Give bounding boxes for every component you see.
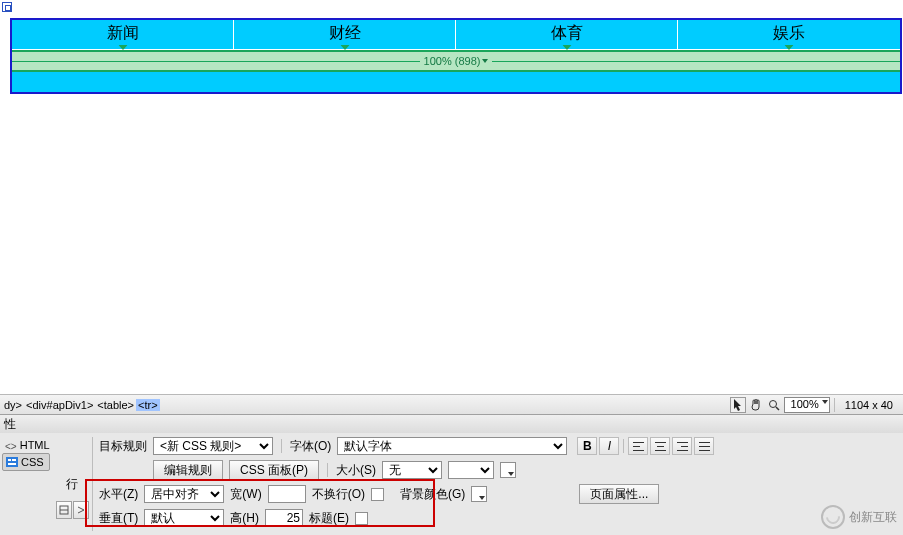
bg-label: 背景颜色(G) [400,486,465,503]
width-label: 宽(W) [230,486,261,503]
italic-button[interactable]: I [599,437,619,455]
mode-html-button[interactable]: HTML [2,437,50,453]
horiz-align-select[interactable]: 居中对齐 [144,485,224,503]
hand-tool-icon[interactable] [748,397,764,413]
align-justify-button[interactable] [694,437,714,455]
nav-cell-label: 娱乐 [773,24,805,41]
font-select[interactable]: 默认字体 [337,437,567,455]
tag-selector[interactable]: <div#apDiv1> [24,399,95,411]
nav-row: 新闻 财经 体育 娱乐 [12,20,900,50]
align-center-button[interactable] [650,437,670,455]
row-label: 行 [66,476,78,493]
header-checkbox[interactable] [355,512,368,525]
vert-label: 垂直(T) [99,510,138,527]
height-input[interactable] [265,509,303,527]
bold-button[interactable]: B [577,437,597,455]
edit-rule-button[interactable]: 编辑规则 [153,460,223,480]
svg-rect-7 [8,459,11,461]
nav-cell[interactable]: 体育 [456,20,678,49]
width-indicator[interactable]: 100% (898) [420,55,493,67]
html-icon [5,440,17,450]
mode-css-label: CSS [21,456,44,468]
text-color-chip[interactable] [500,462,516,478]
design-canvas: 新闻 财经 体育 娱乐 100% (898) [0,0,903,395]
mode-column: HTML CSS [0,433,52,535]
height-label: 高(H) [230,510,259,527]
svg-rect-9 [8,463,16,465]
svg-line-12 [78,507,84,510]
canvas-dimensions: 1104 x 40 [839,399,899,411]
target-rule-select[interactable]: <新 CSS 规则> [153,437,273,455]
nav-cell-label: 体育 [551,24,583,41]
mode-css-button[interactable]: CSS [2,453,50,471]
zoom-value: 100% [791,398,819,410]
svg-rect-8 [12,459,16,461]
table-row-empty[interactable] [12,72,900,92]
watermark: 创新互联 [821,505,897,529]
font-label: 字体(O) [290,438,331,455]
row-tool-2[interactable] [73,501,89,519]
width-input[interactable] [268,485,306,503]
anchor-point-icon [2,2,12,12]
row-gutter: 行 [52,433,92,535]
svg-point-4 [769,400,776,407]
row-tool-1[interactable] [56,501,72,519]
css-icon [6,457,18,467]
nav-table[interactable]: 新闻 财经 体育 娱乐 100% (898) [10,18,902,94]
row-tools [56,501,89,519]
properties-panel: 性 HTML CSS 行 目标规则 [0,414,903,535]
table-row-spacer[interactable]: 100% (898) [12,50,900,72]
zoom-tool-icon[interactable] [766,397,782,413]
vert-align-select[interactable]: 默认 [144,509,224,527]
size-unit-select[interactable] [448,461,494,479]
horiz-label: 水平(Z) [99,486,138,503]
align-justify-icon [699,442,710,451]
tag-selector-bar: dy><div#apDiv1><table><tr> 100% 1104 x 4… [0,394,903,414]
chevron-down-icon [822,400,828,404]
nowrap-label: 不换行(O) [312,486,365,503]
css-panel-button[interactable]: CSS 面板(P) [229,460,319,480]
align-right-button[interactable] [672,437,692,455]
svg-line-5 [776,407,779,410]
header-label: 标题(E) [309,510,349,527]
svg-line-13 [78,510,84,513]
nowrap-checkbox[interactable] [371,488,384,501]
width-indicator-label: 100% (898) [424,55,481,67]
nav-cell[interactable]: 新闻 [12,20,234,49]
nav-cell-label: 新闻 [107,24,139,41]
watermark-logo-icon [821,505,845,529]
fields-area: 目标规则 <新 CSS 规则> 字体(O) 默认字体 B I [93,433,903,535]
separator [834,398,835,412]
panel-title: 性 [0,415,903,433]
align-right-icon [677,442,688,451]
size-select[interactable]: 无 [382,461,442,479]
mode-html-label: HTML [20,439,50,451]
nav-cell-label: 财经 [329,24,361,41]
page-properties-button[interactable]: 页面属性... [579,484,659,504]
svg-rect-6 [6,457,18,467]
target-rule-label: 目标规则 [99,438,147,455]
watermark-text: 创新互联 [849,509,897,526]
tag-selector[interactable]: <tr> [136,399,160,411]
zoom-level-field[interactable]: 100% [784,397,830,413]
align-center-icon [655,442,666,451]
tag-path: dy><div#apDiv1><table><tr> [0,399,726,411]
nav-cell[interactable]: 财经 [234,20,456,49]
bg-color-chip[interactable] [471,486,487,502]
size-label: 大小(S) [336,462,376,479]
tag-selector[interactable]: <table> [95,399,136,411]
tag-selector[interactable]: dy> [2,399,24,411]
nav-cell[interactable]: 娱乐 [678,20,900,49]
pointer-tool-icon[interactable] [730,397,746,413]
align-left-button[interactable] [628,437,648,455]
align-left-icon [633,442,644,451]
